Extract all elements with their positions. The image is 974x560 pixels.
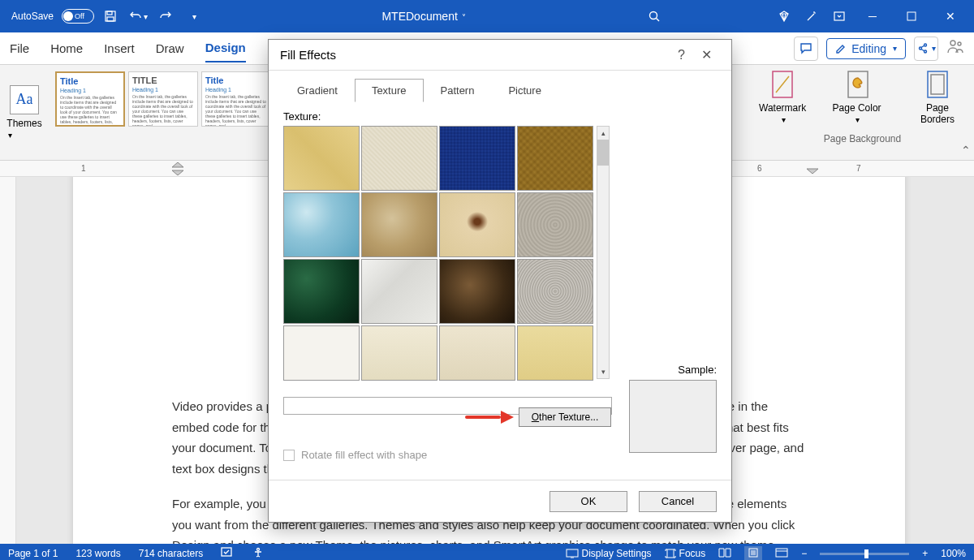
svg-point-10	[958, 42, 961, 45]
document-title[interactable]: MTEDocument ˅	[209, 10, 638, 23]
svg-rect-18	[667, 549, 674, 558]
tab-home[interactable]: Home	[50, 35, 83, 62]
wand-icon[interactable]	[800, 5, 823, 28]
themes-button[interactable]: Aa	[10, 85, 39, 114]
dialog-close-button[interactable]: ✕	[693, 44, 720, 66]
other-texture-button[interactable]: Other Texture...	[519, 407, 611, 427]
zoom-in-button[interactable]: +	[922, 548, 928, 559]
minimize-button[interactable]: ─	[855, 3, 890, 29]
diamond-icon[interactable]	[773, 5, 795, 28]
editing-mode-button[interactable]: Editing▾	[826, 38, 906, 59]
save-icon[interactable]	[99, 5, 122, 28]
tab-picture[interactable]: Picture	[491, 79, 558, 102]
watermark-button[interactable]: Watermark▾	[759, 70, 806, 125]
dialog-help-button[interactable]: ?	[670, 45, 693, 66]
texture-swatch[interactable]	[361, 259, 437, 324]
tab-draw[interactable]: Draw	[156, 35, 184, 62]
texture-swatch[interactable]	[517, 192, 593, 257]
texture-swatch[interactable]	[439, 259, 515, 324]
rotate-checkbox	[283, 450, 295, 461]
svg-rect-14	[931, 75, 944, 94]
tab-pattern[interactable]: Pattern	[424, 79, 492, 102]
page-background-group-label: Page Background	[759, 133, 966, 144]
style-card[interactable]: TITLEHeading 1On the Insert tab, the gal…	[128, 71, 198, 127]
qat-more-icon[interactable]: ▾	[182, 5, 205, 28]
texture-label: Texture:	[283, 110, 717, 123]
search-icon[interactable]	[643, 5, 666, 28]
texture-swatch[interactable]	[283, 126, 360, 191]
display-settings-button[interactable]: Display Settings	[566, 548, 652, 559]
texture-swatch[interactable]	[517, 325, 593, 381]
texture-swatch[interactable]	[283, 325, 360, 381]
themes-label: Themes▾	[6, 118, 41, 140]
svg-point-3	[650, 12, 657, 19]
undo-icon[interactable]: ▾	[127, 5, 149, 28]
sample-preview	[629, 380, 717, 453]
texture-gallery	[283, 126, 593, 390]
texture-swatch[interactable]	[517, 126, 593, 191]
style-card[interactable]: TitleHeading 1On the Insert tab, the gal…	[55, 71, 125, 127]
page-borders-button[interactable]: Page Borders	[909, 70, 966, 125]
ok-button[interactable]: OK	[549, 491, 627, 512]
collapse-ribbon-icon[interactable]: ⌃	[961, 144, 971, 157]
autosave-toggle[interactable]: Off	[62, 9, 94, 24]
svg-point-9	[950, 41, 955, 45]
texture-swatch[interactable]	[361, 192, 437, 257]
texture-swatch[interactable]	[361, 126, 437, 191]
dialog-title: Fill Effects	[280, 48, 336, 62]
texture-swatch[interactable]	[283, 259, 360, 324]
texture-scrollbar[interactable]: ▴ ▾	[597, 126, 610, 379]
svg-point-7	[920, 47, 922, 50]
comments-button[interactable]	[794, 37, 818, 61]
texture-swatch[interactable]	[439, 325, 515, 381]
tab-file[interactable]: File	[10, 35, 29, 62]
print-layout-icon[interactable]	[744, 546, 762, 561]
svg-rect-17	[567, 549, 578, 557]
svg-rect-1	[107, 11, 112, 15]
tab-insert[interactable]: Insert	[104, 35, 135, 62]
annotation-arrow	[465, 411, 514, 424]
tab-gradient[interactable]: Gradient	[280, 79, 355, 102]
redo-icon[interactable]	[154, 5, 177, 28]
tab-texture[interactable]: Texture	[355, 79, 424, 102]
autosave-label: AutoSave	[11, 11, 54, 22]
svg-rect-15	[222, 548, 231, 556]
maximize-button[interactable]	[894, 3, 929, 29]
fill-effects-dialog: Fill Effects ? ✕ Gradient Texture Patter…	[268, 39, 732, 523]
svg-rect-2	[107, 17, 114, 21]
status-words[interactable]: 123 words	[75, 548, 120, 559]
vertical-ruler[interactable]	[0, 177, 16, 544]
zoom-slider[interactable]	[820, 553, 909, 555]
account-icon[interactable]	[946, 38, 964, 58]
share-button[interactable]: ▾	[914, 37, 938, 61]
style-card[interactable]: TitleHeading 1On the Insert tab, the gal…	[201, 71, 271, 127]
rotate-label: Rotate fill effect with shape	[301, 449, 427, 461]
svg-rect-20	[776, 549, 787, 557]
focus-button[interactable]: Focus	[665, 548, 706, 559]
svg-point-8	[924, 50, 927, 53]
style-gallery[interactable]: TitleHeading 1On the Insert tab, the gal…	[49, 65, 278, 160]
svg-rect-5	[907, 12, 916, 20]
tab-design[interactable]: Design	[205, 34, 246, 62]
zoom-level[interactable]: 100%	[941, 548, 966, 559]
status-chars[interactable]: 714 characters	[139, 548, 203, 559]
window-mode-icon[interactable]	[828, 5, 851, 28]
status-page[interactable]: Page 1 of 1	[8, 548, 58, 559]
svg-point-6	[924, 44, 927, 46]
texture-swatch[interactable]	[517, 259, 593, 324]
svg-point-16	[257, 548, 260, 550]
close-button[interactable]: ✕	[933, 3, 968, 29]
sample-label: Sample:	[678, 364, 717, 376]
cancel-button[interactable]: Cancel	[639, 491, 717, 512]
texture-swatch[interactable]	[283, 192, 360, 257]
spellcheck-icon[interactable]	[221, 547, 234, 561]
zoom-out-button[interactable]: −	[801, 548, 807, 559]
texture-swatch[interactable]	[439, 192, 515, 257]
web-layout-icon[interactable]	[775, 548, 788, 560]
accessibility-icon[interactable]	[252, 547, 265, 561]
texture-swatch[interactable]	[361, 325, 437, 381]
svg-rect-4	[834, 12, 844, 20]
texture-swatch[interactable]	[439, 126, 515, 191]
page-color-button[interactable]: Page Color ▾	[830, 70, 885, 125]
read-mode-icon[interactable]	[718, 548, 731, 560]
